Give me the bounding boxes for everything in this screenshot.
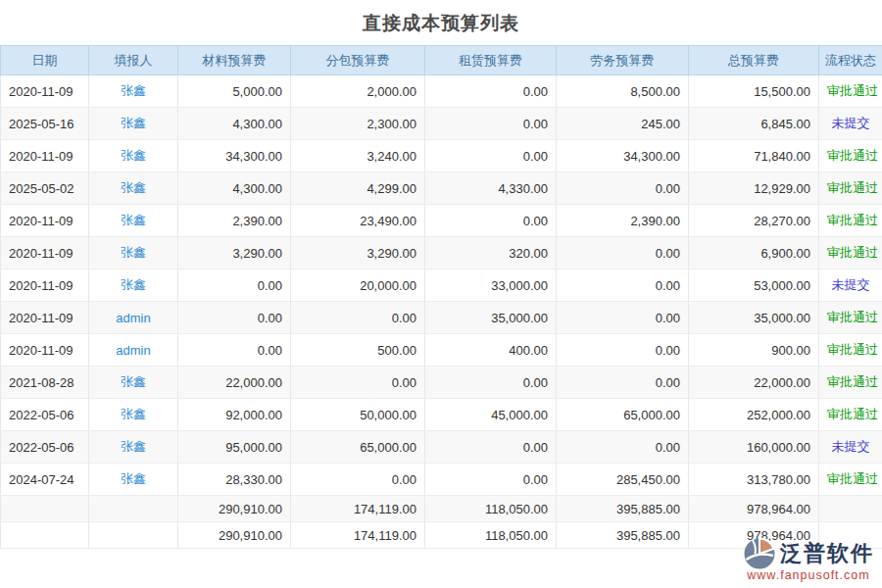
rental-cell: 0.00 [425, 205, 557, 237]
subcontract-cell: 0.00 [291, 302, 425, 334]
filler-link[interactable]: 张鑫 [121, 277, 146, 292]
material-cell: 0.00 [178, 334, 291, 367]
subcontract-cell: 0.00 [291, 367, 425, 399]
total-cell: 6,845.00 [689, 108, 819, 140]
filler-cell: admin [89, 302, 178, 334]
status-cell-empty [819, 496, 882, 522]
status-link[interactable]: 审批通过 [827, 213, 878, 227]
col-header-status: 流程状态 [819, 46, 882, 75]
date-cell: 2020-11-09 [1, 302, 89, 334]
labor-cell: 65,000.00 [557, 399, 689, 431]
total-cell: 6,900.00 [689, 237, 819, 270]
status-link[interactable]: 审批通过 [827, 180, 878, 195]
status-link[interactable]: 未提交 [832, 277, 870, 292]
filler-link[interactable]: 张鑫 [121, 374, 146, 389]
col-header-subcontract: 分包预算费 [291, 46, 425, 75]
table-row: 2020-11-09 张鑫 2,390.00 23,490.00 0.00 2,… [1, 205, 882, 237]
table-row: 2021-08-28 张鑫 22,000.00 0.00 0.00 0.00 2… [1, 367, 882, 399]
filler-link[interactable]: admin [116, 343, 150, 358]
material-cell: 0.00 [178, 270, 291, 302]
filler-link[interactable]: 张鑫 [121, 83, 146, 98]
filler-link[interactable]: 张鑫 [121, 245, 146, 260]
subcontract-cell: 65,000.00 [291, 431, 425, 464]
total-cell: 252,000.00 [689, 399, 819, 431]
total-cell: 35,000.00 [689, 302, 819, 334]
total-cell: 15,500.00 [689, 75, 819, 108]
budget-table: 日期 填报人 材料预算费 分包预算费 租赁预算费 劳务预算费 总预算费 流程状态… [0, 45, 882, 549]
rental-cell: 4,330.00 [425, 172, 557, 205]
labor-cell: 0.00 [557, 367, 689, 399]
subcontract-cell: 3,240.00 [291, 140, 425, 172]
filler-cell-empty [89, 522, 178, 549]
total-cell: 160,000.00 [689, 431, 819, 464]
table-row: 2020-11-09 admin 0.00 0.00 35,000.00 0.0… [1, 302, 882, 334]
status-link[interactable]: 审批通过 [827, 310, 878, 324]
status-link[interactable]: 审批通过 [827, 342, 878, 357]
filler-link[interactable]: 张鑫 [121, 213, 146, 227]
status-link[interactable]: 审批通过 [827, 407, 878, 421]
total-cell: 313,780.00 [689, 464, 819, 496]
col-header-rental: 租赁预算费 [425, 46, 557, 75]
table-row: 2025-05-02 张鑫 4,300.00 4,299.00 4,330.00… [1, 172, 882, 205]
filler-link[interactable]: 张鑫 [121, 407, 146, 421]
status-cell: 审批通过 [819, 237, 882, 270]
total-cell: 53,000.00 [689, 270, 819, 302]
status-link[interactable]: 审批通过 [827, 374, 878, 389]
filler-link[interactable]: 张鑫 [121, 439, 146, 454]
rental-sum-cell: 118,050.00 [425, 496, 557, 522]
status-link[interactable]: 审批通过 [827, 471, 878, 486]
rental-cell: 35,000.00 [425, 302, 557, 334]
filler-cell: 张鑫 [89, 75, 178, 108]
filler-cell: 张鑫 [89, 237, 178, 270]
filler-cell: 张鑫 [89, 172, 178, 205]
labor-cell: 2,390.00 [557, 205, 689, 237]
labor-cell: 0.00 [557, 334, 689, 367]
status-link[interactable]: 审批通过 [827, 245, 878, 260]
filler-link[interactable]: 张鑫 [121, 180, 146, 195]
status-cell: 审批通过 [819, 464, 882, 496]
filler-link[interactable]: 张鑫 [121, 471, 146, 486]
subcontract-sum-cell: 174,119.00 [291, 496, 425, 522]
status-cell: 未提交 [819, 108, 882, 140]
material-cell: 2,390.00 [178, 205, 291, 237]
table-header: 日期 填报人 材料预算费 分包预算费 租赁预算费 劳务预算费 总预算费 流程状态 [1, 46, 882, 75]
labor-cell: 34,300.00 [557, 140, 689, 172]
status-link[interactable]: 未提交 [832, 116, 870, 130]
col-header-total: 总预算费 [689, 46, 819, 75]
subcontract-cell: 3,290.00 [291, 237, 425, 270]
filler-link[interactable]: 张鑫 [121, 148, 146, 163]
date-cell: 2022-05-06 [1, 431, 89, 464]
status-cell: 审批通过 [819, 75, 882, 108]
status-link[interactable]: 未提交 [832, 439, 870, 454]
subcontract-sum-cell: 174,119.00 [291, 522, 425, 549]
labor-cell: 0.00 [557, 431, 689, 464]
filler-cell: admin [89, 334, 178, 367]
date-cell: 2025-05-16 [1, 108, 89, 140]
header-row: 日期 填报人 材料预算费 分包预算费 租赁预算费 劳务预算费 总预算费 流程状态 [1, 46, 882, 75]
subcontract-cell: 2,300.00 [291, 108, 425, 140]
filler-link[interactable]: 张鑫 [121, 116, 146, 130]
status-cell: 审批通过 [819, 334, 882, 367]
col-header-labor: 劳务预算费 [557, 46, 689, 75]
labor-cell: 285,450.00 [557, 464, 689, 496]
rental-cell: 0.00 [425, 367, 557, 399]
filler-cell: 张鑫 [89, 464, 178, 496]
rental-cell: 0.00 [425, 140, 557, 172]
filler-cell: 张鑫 [89, 367, 178, 399]
summary-row: 290,910.00 174,119.00 118,050.00 395,885… [1, 496, 882, 522]
status-cell: 未提交 [819, 270, 882, 302]
labor-cell: 8,500.00 [557, 75, 689, 108]
status-link[interactable]: 审批通过 [827, 148, 878, 163]
material-cell: 0.00 [178, 302, 291, 334]
status-link[interactable]: 审批通过 [827, 83, 878, 98]
table-body: 2020-11-09 张鑫 5,000.00 2,000.00 0.00 8,5… [1, 75, 882, 549]
filler-cell-empty [89, 496, 178, 522]
filler-cell: 张鑫 [89, 140, 178, 172]
date-cell: 2020-11-09 [1, 334, 89, 367]
material-cell: 28,330.00 [178, 464, 291, 496]
filler-cell: 张鑫 [89, 431, 178, 464]
fanpusoft-watermark: 泛普软件 www.fanpusoft.com [743, 537, 874, 582]
table-row: 2020-11-09 张鑫 3,290.00 3,290.00 320.00 0… [1, 237, 882, 270]
filler-link[interactable]: admin [116, 311, 150, 325]
fanpusoft-logo-icon [743, 537, 776, 570]
